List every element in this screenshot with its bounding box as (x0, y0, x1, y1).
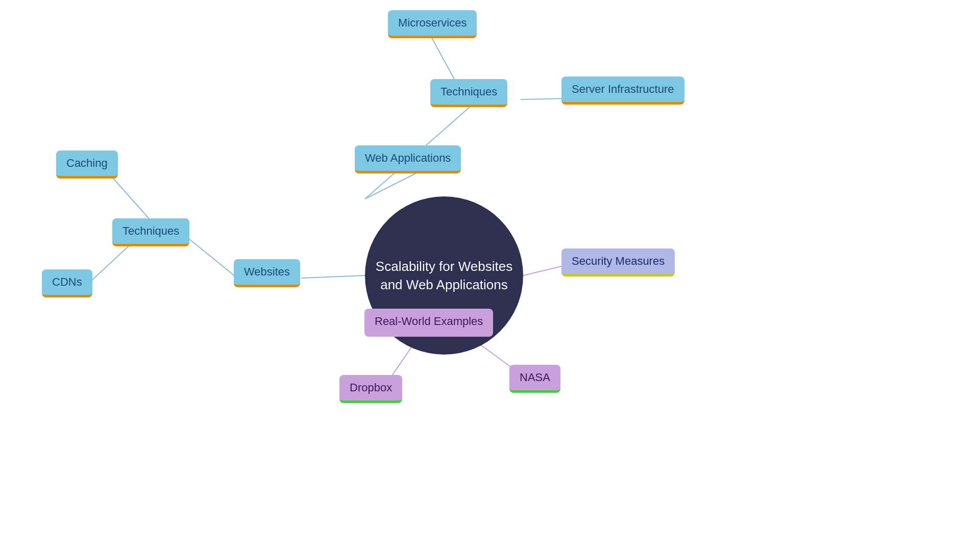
node-dropbox[interactable]: Dropbox (339, 375, 402, 403)
node-websites[interactable]: Websites (234, 259, 300, 287)
node-web-applications[interactable]: Web Applications (355, 145, 461, 173)
svg-line-4 (523, 265, 566, 276)
svg-line-9 (189, 239, 237, 278)
node-techniques-left[interactable]: Techniques (112, 218, 189, 246)
node-techniques-top[interactable]: Techniques (430, 79, 507, 107)
svg-line-8 (301, 276, 365, 278)
svg-line-3 (521, 98, 566, 99)
node-caching[interactable]: Caching (56, 151, 118, 179)
svg-line-11 (89, 242, 133, 283)
node-microservices[interactable]: Microservices (388, 10, 477, 38)
svg-line-10 (110, 174, 151, 220)
node-nasa[interactable]: NASA (509, 365, 560, 393)
node-real-world-examples[interactable]: Real-World Examples (364, 309, 493, 337)
node-security-measures[interactable]: Security Measures (561, 248, 675, 277)
node-server-infrastructure[interactable]: Server Infrastructure (561, 77, 684, 105)
node-cdns[interactable]: CDNs (42, 269, 92, 297)
